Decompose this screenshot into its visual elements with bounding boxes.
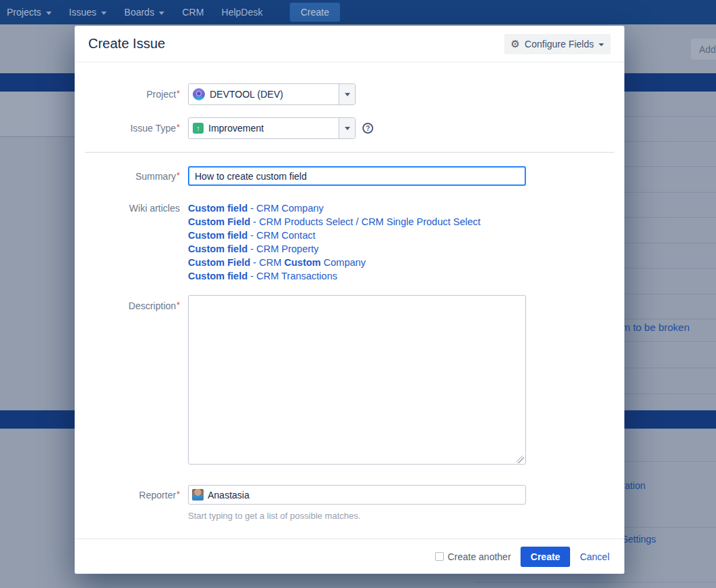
issue-type-help-icon[interactable]: ? [362, 123, 373, 134]
nav-item-label: Projects [7, 7, 41, 18]
create-another-checkbox[interactable] [435, 552, 444, 561]
project-select[interactable]: DEVTOOL (DEV) [188, 83, 356, 105]
issue-type-select[interactable]: ↑ Improvement [188, 117, 356, 139]
global-create-button[interactable]: Create [290, 3, 340, 22]
wiki-article-link[interactable]: Custom Field - CRM Custom Company [188, 257, 366, 268]
nav-item-helpdesk[interactable]: HelpDesk [221, 7, 263, 18]
chevron-down-icon [101, 12, 107, 15]
reporter-field-row: Reporter [75, 485, 624, 505]
description-textarea[interactable] [188, 295, 526, 465]
wiki-articles-list: Custom field - CRM CompanyCustom Field -… [188, 201, 481, 283]
form-divider [85, 152, 614, 153]
issue-type-select-dropdown-button[interactable] [339, 118, 355, 138]
create-another-label: Create another [447, 551, 510, 562]
wiki-articles-row: Wiki articles Custom field - CRM Company… [75, 201, 624, 283]
wiki-article-link[interactable]: Custom field - CRM Company [188, 203, 324, 214]
textarea-resize-handle[interactable] [516, 456, 524, 463]
project-select-dropdown-button[interactable] [339, 84, 355, 104]
dialog-header: Create Issue ⚙ Configure Fields [75, 26, 624, 62]
create-issue-dialog: Create Issue ⚙ Configure Fields Project … [75, 26, 624, 574]
background-link-settings[interactable]: Settings [622, 534, 656, 545]
project-label: Project [75, 89, 188, 100]
background-link-ration[interactable]: ration [622, 480, 645, 491]
wiki-article-row: Custom field - CRM Property [188, 242, 481, 256]
wiki-article-link[interactable]: Custom field - CRM Contact [188, 230, 316, 241]
wiki-article-row: Custom Field - CRM Custom Company [188, 256, 481, 269]
reporter-input[interactable] [188, 485, 526, 505]
wiki-article-row: Custom field - CRM Transactions [188, 269, 481, 283]
dialog-title: Create Issue [88, 36, 165, 52]
nav-item-label: Issues [69, 7, 96, 18]
create-button[interactable]: Create [521, 547, 571, 567]
nav-item-crm[interactable]: CRM [182, 7, 204, 18]
description-label: Description [75, 295, 188, 467]
dashboard-gadget-panel [0, 92, 75, 137]
reporter-label: Reporter [75, 490, 188, 501]
chevron-down-icon [46, 12, 52, 15]
nav-item-issues[interactable]: Issues [69, 7, 107, 18]
chevron-down-icon [599, 43, 604, 46]
wiki-article-row: Custom Field - CRM Products Select / CRM… [188, 215, 481, 229]
description-field-row: Description [75, 295, 624, 467]
configure-fields-button[interactable]: ⚙ Configure Fields [504, 34, 611, 54]
dialog-footer: Create another Create Cancel [75, 538, 624, 574]
issue-type-field-row: Issue Type ↑ Improvement ? [75, 117, 624, 139]
project-select-value: DEVTOOL (DEV) [210, 89, 283, 100]
gear-icon: ⚙ [511, 39, 520, 49]
nav-item-label: HelpDesk [221, 7, 263, 18]
wiki-article-link[interactable]: Custom field - CRM Transactions [188, 271, 337, 281]
top-navigation-bar: ProjectsIssuesBoardsCRMHelpDesk Create [0, 0, 716, 24]
wiki-article-row: Custom field - CRM Company [188, 201, 481, 215]
list-row-separator [475, 582, 716, 583]
reporter-avatar [192, 489, 204, 501]
chevron-down-icon [159, 12, 164, 15]
wiki-article-link[interactable]: Custom field - CRM Property [188, 243, 319, 254]
nav-item-boards[interactable]: Boards [124, 7, 164, 18]
summary-label: Summary [75, 171, 188, 182]
cancel-link[interactable]: Cancel [580, 551, 609, 562]
project-avatar-icon [193, 88, 205, 100]
add-gadget-button[interactable]: Add g [691, 39, 716, 60]
nav-item-label: CRM [182, 7, 204, 18]
reporter-help-text: Start typing to get a list of possible m… [188, 511, 624, 521]
wiki-article-link[interactable]: Custom Field - CRM Products Select / CRM… [188, 216, 481, 227]
background-link-broken[interactable]: m to be broken [622, 321, 690, 333]
issue-type-select-value: Improvement [208, 123, 264, 134]
improvement-issue-type-icon: ↑ [193, 123, 204, 134]
wiki-articles-label: Wiki articles [75, 201, 188, 283]
dialog-body: Project DEVTOOL (DEV) Issue Type ↑ Impro… [75, 62, 624, 521]
chevron-down-icon [345, 127, 350, 130]
wiki-article-row: Custom field - CRM Contact [188, 229, 481, 242]
issue-type-label: Issue Type [75, 123, 188, 134]
chevron-down-icon [345, 93, 350, 96]
summary-input[interactable] [188, 166, 526, 186]
nav-item-label: Boards [124, 7, 154, 18]
project-field-row: Project DEVTOOL (DEV) [75, 83, 624, 105]
configure-fields-label: Configure Fields [525, 39, 594, 50]
summary-field-row: Summary [75, 166, 624, 186]
nav-item-projects[interactable]: Projects [7, 7, 52, 18]
